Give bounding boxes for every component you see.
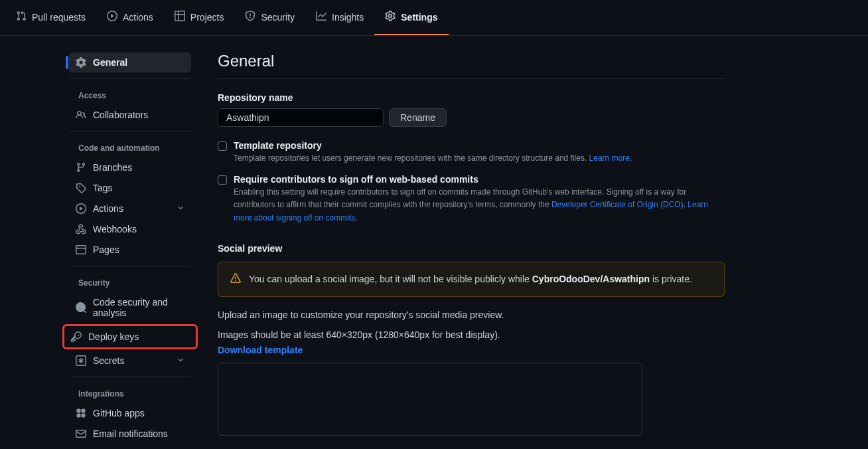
sidebar-heading-code: Code and automation xyxy=(69,137,191,157)
table-icon xyxy=(175,11,185,23)
sidebar-item-github-apps[interactable]: GitHub apps xyxy=(69,403,191,423)
tab-label: Security xyxy=(261,12,295,23)
people-icon xyxy=(76,110,86,120)
social-preview-warning: You can upload a social image, but it wi… xyxy=(218,262,725,297)
browser-icon xyxy=(76,244,86,255)
settings-sidebar: General Access Collaborators Code and au… xyxy=(0,52,196,449)
sidebar-item-webhooks[interactable]: Webhooks xyxy=(69,219,191,239)
tab-settings[interactable]: Settings xyxy=(374,0,448,35)
template-repo-label: Template repository xyxy=(234,140,632,151)
warning-text: You can upload a social image, but it wi… xyxy=(249,274,692,284)
signoff-checkbox[interactable] xyxy=(218,175,227,185)
rename-button[interactable]: Rename xyxy=(389,108,447,127)
play-circle-icon xyxy=(107,11,117,23)
sidebar-item-label: Tags xyxy=(93,183,113,193)
tab-security[interactable]: Security xyxy=(234,0,305,35)
social-image-dropzone[interactable] xyxy=(218,363,642,436)
layout: General Access Collaborators Code and au… xyxy=(0,36,868,449)
tab-label: Settings xyxy=(401,12,437,23)
social-preview-heading: Social preview xyxy=(218,243,725,254)
sidebar-item-branches[interactable]: Branches xyxy=(69,157,191,177)
template-repo-desc: Template repositories let users generate… xyxy=(234,152,632,165)
sidebar-item-actions[interactable]: Actions xyxy=(69,199,191,219)
sidebar-item-label: Pages xyxy=(93,244,119,255)
chevron-down-icon xyxy=(177,355,184,366)
sidebar-item-general[interactable]: General xyxy=(69,52,191,72)
tab-label: Insights xyxy=(332,12,364,23)
sidebar-heading-integrations: Integrations xyxy=(69,383,191,403)
sidebar-item-label: Actions xyxy=(93,203,123,214)
mail-icon xyxy=(76,428,86,439)
chevron-down-icon xyxy=(177,203,184,214)
apps-icon xyxy=(76,408,86,418)
sidebar-item-label: Webhooks xyxy=(93,224,137,234)
highlight-annotation: Deploy keys xyxy=(62,324,198,349)
repo-name-label: Repository name xyxy=(218,92,725,103)
webhook-icon xyxy=(76,224,86,234)
sidebar-item-tags[interactable]: Tags xyxy=(69,178,191,198)
key-icon xyxy=(71,331,82,342)
gear-icon xyxy=(385,11,396,23)
signoff-desc: Enabling this setting will require contr… xyxy=(234,186,725,224)
sidebar-item-pages[interactable]: Pages xyxy=(69,240,191,260)
download-template-link[interactable]: Download template xyxy=(218,345,303,355)
repo-topnav: Pull requests Actions Projects Security … xyxy=(0,0,868,36)
sidebar-item-label: Email notifications xyxy=(93,428,168,439)
sidebar-item-label: GitHub apps xyxy=(93,408,145,418)
tab-projects[interactable]: Projects xyxy=(164,0,235,35)
tab-label: Actions xyxy=(123,12,153,23)
image-dimensions-text: Images should be at least 640×320px (128… xyxy=(218,327,725,357)
tab-actions[interactable]: Actions xyxy=(96,0,164,35)
sidebar-heading-access: Access xyxy=(69,84,191,104)
sidebar-item-collaborators[interactable]: Collaborators xyxy=(69,105,191,125)
tag-icon xyxy=(76,183,86,193)
tab-label: Projects xyxy=(190,12,224,23)
template-repo-checkbox[interactable] xyxy=(218,141,227,151)
key-asterisk-icon xyxy=(76,355,86,366)
graph-icon xyxy=(316,11,326,23)
signoff-label: Require contributors to sign off on web-… xyxy=(234,174,725,185)
upload-description: Upload an image to customize your reposi… xyxy=(218,308,725,322)
git-branch-icon xyxy=(76,162,86,173)
main-content: General Repository name Rename Template … xyxy=(196,52,741,449)
tab-insights[interactable]: Insights xyxy=(305,0,374,35)
sidebar-item-label: Secrets xyxy=(93,355,124,366)
learn-more-link[interactable]: Learn more xyxy=(589,153,630,163)
git-pull-request-icon xyxy=(16,11,27,23)
repo-path: CybroOdooDev/Aswathipn xyxy=(532,274,650,284)
sidebar-item-deploy-keys[interactable]: Deploy keys xyxy=(64,327,196,347)
gear-icon xyxy=(76,57,86,68)
sidebar-item-label: Branches xyxy=(93,162,132,173)
dco-link[interactable]: Developer Certificate of Origin (DCO) xyxy=(551,200,684,209)
sidebar-item-label: Collaborators xyxy=(93,110,148,120)
sidebar-item-label: Code security and analysis xyxy=(93,297,184,318)
shield-icon xyxy=(245,11,255,23)
tab-label: Pull requests xyxy=(32,12,86,23)
repo-name-input[interactable] xyxy=(218,108,384,127)
sidebar-item-label: General xyxy=(93,57,127,68)
sidebar-item-secrets[interactable]: Secrets xyxy=(69,351,191,371)
tab-pull-requests[interactable]: Pull requests xyxy=(5,0,96,35)
sidebar-item-code-security[interactable]: Code security and analysis xyxy=(69,292,191,323)
sidebar-item-email-notifications[interactable]: Email notifications xyxy=(69,424,191,444)
sidebar-heading-security: Security xyxy=(69,272,191,292)
codescan-icon xyxy=(76,302,86,313)
sidebar-item-label: Deploy keys xyxy=(88,331,139,342)
play-circle-icon xyxy=(76,203,86,214)
alert-icon xyxy=(230,273,241,286)
page-title: General xyxy=(218,52,725,79)
